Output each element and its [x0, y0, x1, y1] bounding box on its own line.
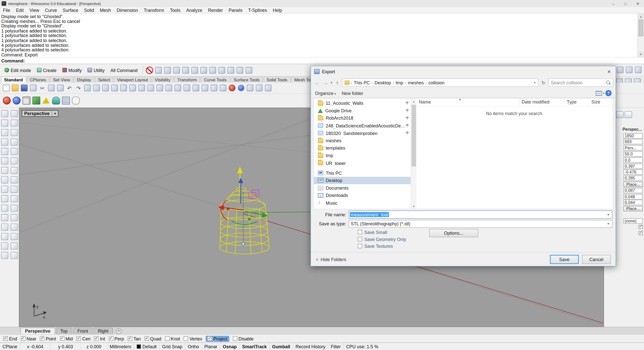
explode-icon[interactable]	[10, 251, 18, 260]
forward-icon[interactable]	[322, 80, 329, 86]
layers-icon[interactable]	[226, 65, 235, 75]
viewport-tab-front[interactable]: Front	[73, 328, 93, 334]
zoom-selected-icon[interactable]	[119, 83, 128, 93]
osnap-toggle[interactable]: Project	[206, 336, 229, 341]
scroll-down-icon[interactable]	[411, 203, 416, 209]
breadcrumb-item[interactable]: Desktop	[373, 80, 393, 85]
ribbon-tab[interactable]: Surface Tools	[230, 77, 263, 83]
close-icon[interactable]	[632, 0, 644, 7]
status-pane[interactable]: Ortho	[185, 343, 202, 350]
folder-tree-item[interactable]: Google Drive	[314, 107, 411, 115]
property-value[interactable]: Perspec...	[622, 127, 643, 132]
pan-icon[interactable]	[83, 83, 92, 93]
open-file-icon[interactable]	[11, 83, 20, 93]
column-header-type[interactable]: Type	[564, 99, 589, 106]
chevron-down-icon[interactable]	[606, 212, 611, 218]
property-value[interactable]: 0.087	[623, 188, 643, 193]
property-value[interactable]: 0.048	[623, 194, 643, 199]
eraser-icon[interactable]	[182, 83, 191, 93]
zoom-dynamic-icon[interactable]	[92, 83, 101, 93]
utility-button[interactable]: Utility	[85, 66, 107, 74]
cut-icon[interactable]	[38, 83, 47, 93]
osnap-toggle[interactable]: Near	[21, 336, 36, 341]
grid-table-icon[interactable]	[173, 83, 182, 93]
ribbon-tab[interactable]: Solid Tools	[263, 77, 291, 83]
breadcrumb-item[interactable]: tmp	[394, 80, 405, 85]
column-header-date[interactable]: Date modified	[519, 99, 565, 106]
osnap-toggle[interactable]: Int	[94, 336, 105, 341]
osnap-checkbox[interactable]	[184, 336, 188, 341]
zoom-icon[interactable]	[199, 65, 208, 75]
osnap-checkbox[interactable]	[94, 336, 99, 341]
folder-tree-item[interactable]: Downloads	[314, 192, 411, 199]
folder-tree-item[interactable]: Desktop	[314, 177, 411, 184]
osnap-toggle[interactable]: Knot	[165, 336, 180, 341]
osnap-checkbox[interactable]	[165, 336, 170, 341]
settings-icon[interactable]	[244, 65, 253, 75]
curve-icon[interactable]	[1, 128, 9, 137]
property-value[interactable]: 0.397	[623, 163, 643, 169]
export-option-checkbox[interactable]: Save Textures	[358, 242, 406, 250]
column-header-name[interactable]: Name	[417, 99, 519, 106]
folder-tree-item[interactable]: templates	[314, 144, 411, 152]
command-prompt[interactable]: Command:	[0, 58, 644, 64]
print-icon[interactable]	[29, 83, 38, 93]
save-button[interactable]: Save	[550, 255, 579, 264]
ribbon-tab[interactable]: CPlanes	[26, 77, 49, 83]
rotate-view-icon[interactable]	[181, 65, 190, 75]
export-option-checkbox[interactable]: Save Small	[358, 229, 406, 236]
property-value[interactable]: Place...	[623, 182, 643, 187]
column-header-size[interactable]: Size	[589, 99, 612, 106]
property-value[interactable]: 0.044	[623, 200, 643, 205]
osnap-toggle[interactable]: Mid	[60, 336, 73, 341]
osnap-checkbox[interactable]	[76, 336, 81, 341]
pointer-icon[interactable]	[154, 65, 163, 75]
help-icon[interactable]	[606, 90, 612, 96]
status-pane[interactable]: Osnap	[220, 343, 240, 350]
ribbon-tab[interactable]: Display	[74, 77, 94, 83]
grid-toggle-icon[interactable]	[217, 65, 226, 75]
breadcrumb-item[interactable]: This PC	[352, 80, 372, 85]
ts-cylinder-icon[interactable]	[71, 95, 80, 106]
folder-tree-item[interactable]: Documents	[314, 184, 411, 192]
ts-grid-cube-icon[interactable]	[61, 95, 71, 106]
property-value[interactable]	[639, 231, 643, 235]
address-bar[interactable]: This PC Desktop tmp meshes collision	[342, 79, 538, 87]
rectangle-icon[interactable]	[1, 137, 9, 146]
save-as-type-select[interactable]: STL (Stereolithography) (*.stl)	[349, 220, 612, 228]
menu-item[interactable]: Tools	[167, 8, 183, 13]
property-value[interactable]: (none)	[623, 218, 643, 224]
folder-tree-item[interactable]: UR_tower	[314, 159, 411, 167]
osnap-toggle[interactable]: Tan	[128, 336, 141, 341]
properties-panel-icon[interactable]	[625, 65, 634, 75]
menu-item[interactable]: Transform	[141, 8, 167, 13]
property-value[interactable]	[639, 225, 643, 229]
radius-icon[interactable]	[210, 83, 219, 93]
property-value[interactable]: Place...	[623, 206, 643, 211]
ribbon-tab[interactable]: Curve Tools	[200, 77, 230, 83]
edit-mode-button[interactable]: Edit mode	[2, 66, 34, 74]
chevron-down-icon[interactable]	[606, 221, 611, 226]
cancel-button[interactable]: Cancel	[582, 255, 611, 264]
polygon-icon[interactable]	[10, 137, 18, 146]
sphere-red-icon[interactable]	[227, 83, 236, 93]
options-button[interactable]: Options...	[429, 229, 478, 237]
organize-button[interactable]: Organize	[315, 91, 336, 96]
rotate-icon[interactable]	[137, 83, 146, 93]
checkbox[interactable]	[358, 244, 362, 248]
menu-item[interactable]: Dimension	[114, 8, 141, 13]
polyline-icon[interactable]	[10, 128, 18, 137]
ts-pyramid-icon[interactable]	[41, 95, 51, 106]
create-button[interactable]: Create	[34, 66, 59, 74]
osnap-toggle-icon[interactable]	[208, 65, 217, 75]
menu-item[interactable]: Curve	[42, 8, 60, 13]
sweep-icon[interactable]	[10, 166, 18, 175]
ribbon-tab[interactable]: Select	[95, 77, 113, 83]
osnap-toggle[interactable]: Quad	[144, 336, 161, 341]
modify-button[interactable]: Modify	[59, 66, 85, 74]
folder-tree-item[interactable]: tmp	[314, 152, 411, 159]
lamp-icon[interactable]	[172, 65, 181, 75]
viewport-tab-right[interactable]: Right	[93, 328, 113, 334]
status-pane[interactable]: Record History	[293, 343, 328, 350]
pan-view-icon[interactable]	[190, 65, 199, 75]
